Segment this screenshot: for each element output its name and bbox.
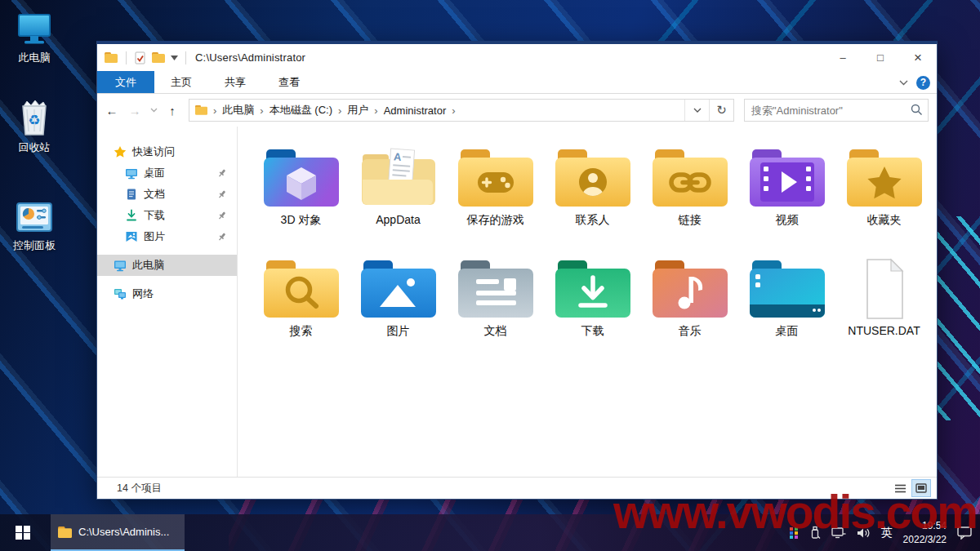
file-item-downloads[interactable]: 下载 [544, 257, 641, 368]
start-button[interactable] [0, 514, 46, 551]
close-button[interactable]: × [899, 44, 937, 71]
folder-icon [57, 526, 73, 539]
refresh-button[interactable]: ↻ [709, 100, 733, 121]
file-label: AppData [376, 213, 420, 226]
file-item-searches[interactable]: 搜索 [252, 257, 350, 368]
sidebar-item-desktop[interactable]: 桌面 [97, 162, 237, 184]
desktop-icon-this-pc[interactable]: 此电脑 [0, 7, 69, 65]
this-pc-mini-icon [114, 259, 127, 272]
window-controls: – □ × [824, 44, 937, 71]
folder-3d-objects-icon [261, 146, 342, 210]
file-item-contacts[interactable]: 联系人 [544, 146, 641, 257]
customize-toolbar-dropdown[interactable] [171, 56, 178, 60]
file-item-ntuser-dat[interactable]: NTUSER.DAT [835, 257, 933, 368]
sidebar-item-pictures[interactable]: 图片 [97, 226, 237, 247]
file-item-desktop[interactable]: 桌面 [738, 257, 835, 368]
back-button[interactable]: ← [102, 100, 122, 121]
breadcrumb-users[interactable]: 用户 [344, 103, 372, 118]
desktop-icon-label: 控制面板 [0, 238, 69, 253]
windows-logo-icon [16, 526, 30, 540]
tab-file[interactable]: 文件 [97, 71, 154, 93]
up-button[interactable]: ↑ [163, 100, 182, 121]
help-button[interactable]: ? [916, 76, 930, 90]
folder-links-icon [649, 146, 731, 210]
file-item-saved-games[interactable]: 保存的游戏 [447, 146, 544, 257]
sidebar-item-documents[interactable]: 文档 [97, 184, 237, 205]
ribbon-tabs: 文件 主页 共享 查看 ? [97, 71, 937, 94]
window-folder-icon [104, 51, 118, 64]
folder-contacts-icon [552, 146, 634, 210]
file-item-favorites[interactable]: 收藏夹 [835, 146, 933, 257]
file-label: 联系人 [576, 213, 610, 226]
breadcrumb-separator: › [373, 104, 378, 117]
svg-text:A: A [393, 150, 402, 163]
sidebar-label: 快速访问 [132, 144, 175, 159]
expand-ribbon-chevron[interactable] [899, 80, 908, 86]
folder-appdata-icon: A [358, 146, 439, 210]
picture-mini-icon [125, 230, 138, 243]
folder-downloads-icon [552, 257, 634, 321]
tab-view[interactable]: 查看 [262, 71, 316, 93]
desktop-icon-recycle-bin[interactable]: ♻ 回收站 [0, 96, 69, 155]
file-label: 搜索 [290, 324, 313, 337]
sidebar-label: 网络 [132, 287, 154, 301]
folder-saved-games-icon [455, 146, 537, 210]
address-dropdown-chevron[interactable] [684, 100, 709, 121]
download-mini-icon [125, 209, 138, 222]
taskbar-task-explorer[interactable]: C:\Users\Adminis... [51, 514, 185, 551]
recent-locations-chevron[interactable] [148, 108, 159, 113]
window-title-path: C:\Users\Administrator [195, 51, 305, 64]
toolbar-separator [126, 51, 127, 64]
desktop-mini-icon [125, 167, 138, 180]
search-input[interactable] [745, 100, 928, 121]
file-item-music[interactable]: 音乐 [641, 257, 738, 368]
desktop-icon-control-panel[interactable]: 控制面板 [0, 194, 69, 253]
new-folder-button[interactable] [151, 51, 166, 64]
file-item-links[interactable]: 链接 [641, 146, 738, 257]
dat-file-icon [844, 257, 925, 321]
watermark-text: www.vwodis.com [613, 485, 977, 539]
properties-button[interactable] [134, 51, 146, 64]
file-item-documents[interactable]: 文档 [447, 257, 544, 368]
file-label: 图片 [387, 324, 410, 337]
file-label: 桌面 [776, 324, 799, 337]
tab-home[interactable]: 主页 [154, 71, 208, 93]
pin-icon [217, 189, 227, 199]
folder-pictures-icon [358, 257, 439, 321]
title-bar[interactable]: C:\Users\Administrator – □ × [97, 44, 937, 71]
file-item-3d-objects[interactable]: 3D 对象 [252, 146, 350, 257]
breadcrumb-separator: › [337, 104, 342, 117]
document-mini-icon [125, 188, 138, 201]
files-area: 3D 对象 A AppData 保存的游戏 [238, 127, 937, 477]
desktop: 此电脑 ♻ 回收站 控制面板 [0, 0, 980, 551]
file-label: 收藏夹 [867, 213, 902, 226]
breadcrumb-local-disk-c[interactable]: 本地磁盘 (C:) [266, 103, 336, 118]
breadcrumb-separator: › [451, 104, 456, 117]
breadcrumb-this-pc[interactable]: 此电脑 [219, 103, 257, 118]
search-box [744, 99, 929, 122]
sidebar-item-quick-access[interactable]: 快速访问 [97, 141, 237, 162]
address-box[interactable]: › 此电脑 › 本地磁盘 (C:) › 用户 › Administrator ›… [189, 99, 734, 122]
sidebar-label: 桌面 [144, 166, 165, 180]
sidebar-item-network[interactable]: 网络 [97, 283, 237, 304]
breadcrumb: › 此电脑 › 本地磁盘 (C:) › 用户 › Administrator › [189, 103, 684, 118]
item-count: 14 个项目 [117, 482, 162, 495]
file-item-appdata[interactable]: A AppData [350, 146, 447, 257]
tab-share[interactable]: 共享 [208, 71, 262, 93]
desktop-icon-label: 回收站 [0, 140, 69, 155]
sidebar-label: 下载 [144, 208, 165, 223]
file-label: 链接 [679, 213, 702, 226]
minimize-button[interactable]: – [824, 44, 862, 71]
sidebar-item-downloads[interactable]: 下载 [97, 205, 237, 226]
maximize-button[interactable]: □ [862, 44, 899, 71]
breadcrumb-separator: › [259, 104, 264, 117]
pin-icon [217, 168, 227, 178]
search-icon[interactable] [911, 104, 923, 116]
forward-button[interactable]: → [125, 100, 145, 121]
file-item-videos[interactable]: 视频 [738, 146, 835, 257]
sidebar-item-this-pc[interactable]: 此电脑 [97, 255, 237, 276]
sidebar-label: 图片 [144, 229, 165, 244]
file-item-pictures[interactable]: 图片 [350, 257, 447, 368]
breadcrumb-administrator[interactable]: Administrator [381, 104, 450, 117]
quick-access-toolbar [104, 51, 189, 64]
